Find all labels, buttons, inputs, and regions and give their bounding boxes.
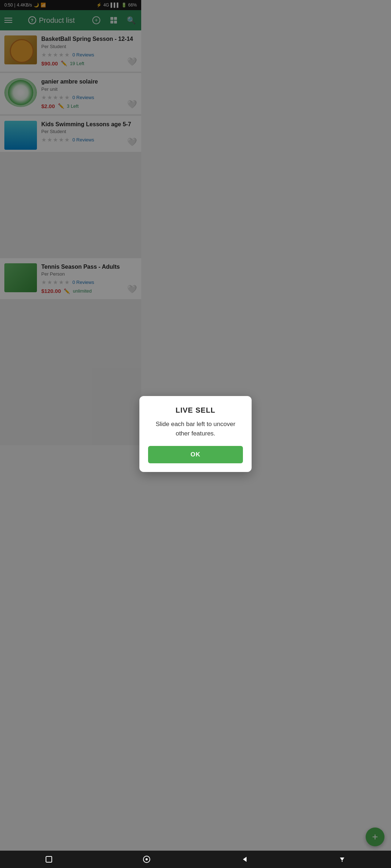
modal-overlay: LIVE SELL Slide each bar left to uncover… bbox=[0, 0, 141, 445]
modal-dialog: LIVE SELL Slide each bar left to uncover… bbox=[139, 396, 141, 445]
